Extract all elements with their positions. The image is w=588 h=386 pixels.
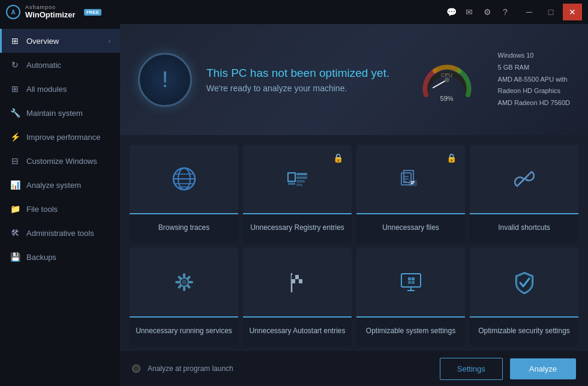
svg-rect-38 (412, 281, 415, 284)
chevron-right-icon: › (109, 38, 110, 44)
all-modules-icon: ⊞ (10, 83, 20, 94)
sidebar-item-maintain-system[interactable]: 🔧 Maintain system (0, 101, 120, 125)
svg-line-22 (521, 175, 528, 182)
lock-icon: 🔒 (333, 153, 343, 163)
sidebar-label-all-modules: All modules (26, 85, 67, 94)
file-tools-icon: 📁 (10, 204, 20, 214)
svg-rect-12 (296, 180, 305, 182)
overview-icon: ⊞ (10, 35, 20, 46)
svg-rect-27 (292, 275, 295, 279)
sidebar-label-file-tools: File tools (26, 205, 58, 214)
maintain-icon: 🔧 (10, 107, 20, 118)
card-invalid-shortcuts[interactable]: – Invalid shortcuts (470, 145, 578, 243)
file-icon (395, 163, 427, 195)
system-gpu1: Radeon HD Graphics (498, 85, 570, 97)
svg-rect-32 (299, 279, 302, 283)
content-area: ! This PC has not been optimized yet. We… (120, 24, 588, 386)
titlebar-icons: 💬 ✉ ⚙ ? (443, 4, 514, 20)
card-label-browsing-traces: Browsing traces (158, 223, 209, 233)
analyze-button[interactable]: Analyze (510, 358, 576, 379)
system-cpu: AMD A8-5500 APU with (498, 74, 570, 86)
sidebar-label-admin: Administrative tools (26, 229, 94, 238)
card-running-services[interactable]: – Unnecessary running services (130, 248, 238, 346)
cards-grid: – Browsing traces 🔒 (130, 145, 578, 346)
gauge-section: CPU 59% (420, 53, 474, 107)
card-icon-area (243, 248, 352, 316)
help-icon[interactable]: ? (497, 4, 514, 20)
svg-rect-37 (408, 281, 411, 284)
card-bottom: – Browsing traces (130, 213, 238, 243)
card-label-registry: Unnecessary Registry entries (250, 223, 344, 233)
card-label-autostart: Unnecessary Autostart entries (249, 327, 345, 336)
card-browsing-traces[interactable]: – Browsing traces (130, 145, 238, 243)
card-bottom: – Optimizable system settings (356, 316, 465, 346)
sidebar-label-improve: Improve performance (26, 133, 101, 142)
free-badge: FREE (84, 9, 101, 16)
card-bottom: – Unnecessary running services (130, 316, 238, 346)
cpu-gauge: CPU 59% (420, 53, 474, 107)
close-button[interactable]: ✕ (563, 4, 582, 20)
sidebar-item-all-modules[interactable]: ⊞ All modules (0, 77, 120, 101)
sidebar-label-backups: Backups (26, 253, 56, 262)
chat-icon[interactable]: 💬 (443, 4, 460, 20)
card-security-settings[interactable]: – Optimizable security settings (470, 248, 578, 346)
card-label-system-settings: Optimizable system settings (366, 327, 455, 336)
svg-rect-13 (296, 184, 302, 186)
header-title: This PC has not been optimized yet. (206, 67, 420, 80)
app-logo: A Ashampoo WinOptimizer FREE (6, 5, 101, 19)
analyze-icon: 📊 (10, 179, 20, 190)
card-label-shortcuts: Invalid shortcuts (498, 223, 550, 233)
sidebar-item-customize-windows[interactable]: ⊟ Customize Windows (0, 149, 120, 173)
mail-icon[interactable]: ✉ (461, 4, 478, 20)
svg-point-1 (445, 77, 449, 82)
card-bottom: – Invalid shortcuts (470, 213, 578, 243)
registry-icon (282, 163, 313, 195)
header-section: ! This PC has not been optimized yet. We… (120, 24, 588, 135)
card-bottom: – Optimizable security settings (470, 316, 578, 346)
svg-point-24 (182, 280, 187, 285)
svg-rect-31 (295, 279, 299, 283)
gear-icon (169, 267, 200, 298)
card-system-settings[interactable]: – Optimizable system settings (356, 248, 465, 346)
performance-icon: ⚡ (10, 131, 20, 142)
settings-icon[interactable]: ⚙ (479, 4, 496, 20)
svg-rect-10 (296, 173, 307, 175)
app-title: WinOptimizer (25, 11, 76, 19)
svg-rect-30 (292, 279, 295, 283)
card-icon-area (130, 145, 238, 213)
maximize-button[interactable]: □ (541, 4, 560, 20)
main-layout: ⊞ Overview › ↻ Automatic ⊞ All modules 🔧… (0, 24, 588, 386)
sidebar-item-improve-performance[interactable]: ⚡ Improve performance (0, 125, 120, 149)
sidebar-item-backups[interactable]: 💾 Backups (0, 245, 120, 269)
card-bottom: – Unnecessary files (356, 213, 465, 243)
link-icon (509, 163, 540, 195)
svg-rect-35 (408, 277, 411, 280)
system-info: Windows 10 5 GB RAM AMD A8-5500 APU with… (498, 50, 570, 109)
sidebar-item-overview[interactable]: ⊞ Overview › (0, 29, 120, 53)
lock-icon: 🔒 (446, 153, 457, 163)
system-ram: 5 GB RAM (498, 62, 570, 74)
svg-rect-11 (296, 176, 307, 179)
minimize-button[interactable]: ─ (520, 4, 539, 20)
sidebar-label-automatic: Automatic (26, 61, 61, 70)
globe-icon (169, 163, 200, 195)
card-registry-entries[interactable]: 🔒 – Unne (243, 145, 352, 243)
svg-rect-7 (179, 186, 189, 188)
logo-icon: A (6, 5, 20, 19)
sidebar-item-analyze-system[interactable]: 📊 Analyze system (0, 173, 120, 197)
admin-icon: 🛠 (10, 228, 20, 238)
settings-button[interactable]: Settings (440, 358, 503, 380)
svg-rect-28 (295, 275, 299, 279)
analyze-at-launch-checkbox[interactable] (132, 364, 140, 373)
titlebar: A Ashampoo WinOptimizer FREE 💬 ✉ ⚙ ? ─ □… (0, 0, 588, 24)
sidebar-item-administrative-tools[interactable]: 🛠 Administrative tools (0, 221, 120, 245)
window-controls: ─ □ ✕ (520, 4, 582, 20)
logo-text: Ashampoo WinOptimizer (25, 5, 76, 19)
card-autostart-entries[interactable]: – Unnecessary Autostart entries (243, 248, 352, 346)
cards-area: – Browsing traces 🔒 (120, 135, 588, 351)
card-icon-area (470, 145, 578, 213)
card-unnecessary-files[interactable]: 🔒 (356, 145, 465, 243)
sidebar-item-automatic[interactable]: ↻ Automatic (0, 53, 120, 77)
sidebar-label-analyze: Analyze system (26, 181, 81, 190)
sidebar-item-file-tools[interactable]: 📁 File tools (0, 197, 120, 221)
